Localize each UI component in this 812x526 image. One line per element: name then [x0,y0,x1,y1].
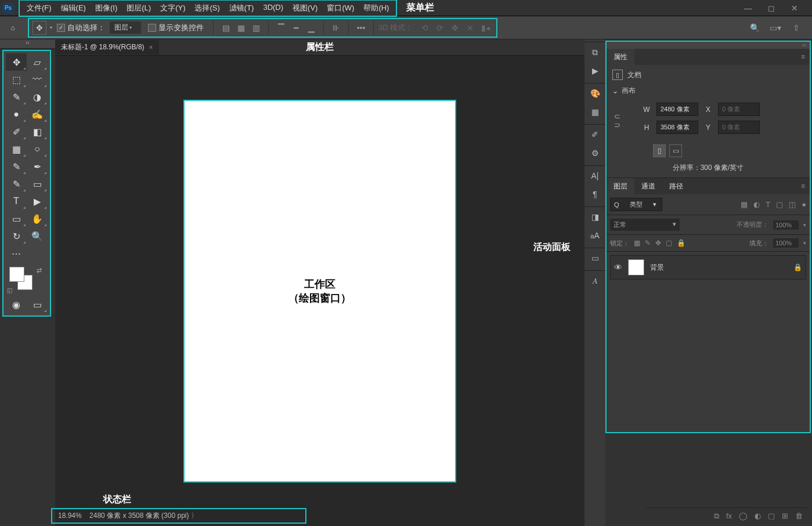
libraries-panel-icon[interactable]: ▭ [589,252,601,264]
zoom-tool[interactable]: 🔍 [27,227,48,245]
lasso-tool[interactable]: 〰 [27,71,48,88]
glyphs-panel-icon[interactable]: ◨ [589,211,601,223]
workspace-switcher-icon[interactable]: ▭▾ [769,21,782,34]
panel-menu-icon[interactable]: ≡ [796,53,810,61]
auto-select-checkbox[interactable] [57,24,65,32]
swap-colors-icon[interactable]: ⇄ [37,267,42,274]
history-panel-icon[interactable]: ⧉ [589,46,601,59]
move-tool[interactable]: ✥ [6,53,27,71]
align-top-icon[interactable]: ▔ [275,21,287,34]
visibility-toggle-icon[interactable]: 👁 [614,263,622,272]
y-input[interactable]: 0 像素 [718,121,760,134]
width-input[interactable]: 2480 像素 [656,103,698,116]
lock-all-icon[interactable]: 🔒 [677,239,685,247]
menu-filter[interactable]: 滤镜(T) [225,2,259,14]
landscape-button[interactable]: ▭ [669,144,682,157]
distribute-icon[interactable]: ⊪ [330,21,342,34]
rectangle-tool[interactable]: ▭ [6,210,27,227]
lock-transparency-icon[interactable]: ▦ [634,239,640,247]
filter-type-icon[interactable]: T [766,200,770,209]
menu-view[interactable]: 视图(V) [288,2,322,14]
group-icon[interactable]: ▢ [768,512,775,520]
layers-tab[interactable]: 图层 [607,178,634,195]
align-bottom-icon[interactable]: ▁ [305,21,317,34]
swatches-panel-icon[interactable]: ▦ [589,106,601,118]
brush-tool[interactable]: ● [6,106,27,123]
properties-tab[interactable]: 属性 [607,49,634,66]
eyedropper-tool[interactable]: ✎ [6,88,27,106]
channels-tab[interactable]: 通道 [634,178,662,195]
shape-tool[interactable]: ▭ [27,175,48,193]
portrait-button[interactable]: ▯ [653,144,666,157]
chevron-down-icon[interactable]: ▾ [50,25,52,30]
path-selection-tool[interactable]: ✎ [6,175,27,193]
filter-shape-icon[interactable]: ▢ [776,200,783,209]
more-options-icon[interactable]: ••• [355,21,367,34]
delete-layer-icon[interactable]: 🗑 [795,512,803,520]
adjustment-layer-icon[interactable]: ◐ [755,512,761,520]
brushes-panel-icon[interactable]: ✐ [589,128,601,141]
toolbox-collapse[interactable]: ‹‹ [0,39,55,49]
opacity-input[interactable]: 100% [773,220,799,230]
paths-tab[interactable]: 路径 [662,178,690,195]
filter-adjustment-icon[interactable]: ◐ [753,200,760,209]
character-panel-icon[interactable]: A| [589,169,601,182]
align-center-h-icon[interactable]: ▦ [234,21,247,34]
dodge-tool[interactable]: ✎ [6,158,27,175]
link-layers-icon[interactable]: ⧉ [714,512,719,521]
styles-panel-icon[interactable]: aA [589,229,601,242]
status-info[interactable]: 2480 像素 x 3508 像素 (300 ppi) 〉 [89,512,198,520]
share-icon[interactable]: ⇧ [790,21,803,34]
direct-selection-tool[interactable]: ▶ [27,193,48,210]
filter-type-dropdown[interactable]: Q 类型 ▾ [610,198,662,211]
home-button[interactable]: ⌂ [5,20,21,36]
artboard-tool[interactable]: ▱ [27,53,48,71]
fill-input[interactable]: 100% [773,238,799,248]
layer-mask-icon[interactable]: ◯ [739,512,748,520]
maximize-button[interactable]: ◻ [763,2,779,14]
new-layer-icon[interactable]: ⊞ [782,512,788,520]
menu-layer[interactable]: 图层(L) [122,2,156,14]
filter-smart-icon[interactable]: ◫ [789,200,796,209]
x-input[interactable]: 0 像素 [718,103,760,116]
blur-tool[interactable]: ○ [27,140,48,158]
color-panel-icon[interactable]: 🎨 [589,87,601,100]
filter-pixel-icon[interactable]: ▩ [741,200,748,209]
hand-tool[interactable]: ✋ [27,210,48,227]
screen-mode-tool[interactable]: ▭ [27,296,48,313]
panel-menu-icon[interactable]: ≡ [796,182,810,190]
marquee-tool[interactable]: ⬚ [6,71,27,88]
rotate-view-tool[interactable]: ↻ [6,227,27,245]
lock-artboard-icon[interactable]: ▢ [666,239,672,247]
menu-image[interactable]: 图像(I) [91,2,122,14]
chevron-down-icon[interactable]: ▾ [803,240,806,246]
actions-panel-icon[interactable]: ▶ [589,64,601,77]
default-colors-icon[interactable]: ◱ [7,287,12,293]
healing-brush-tool[interactable]: ◑ [27,88,48,106]
canvas-section-header[interactable]: ⌄ 画布 [612,86,804,96]
close-icon[interactable]: × [149,43,153,52]
document-tab[interactable]: 未标题-1 @ 18.9%(RGB/8) × [55,40,159,55]
edit-toolbar[interactable]: ⋯ [6,245,27,262]
link-dimensions-icon[interactable]: ⊂⊃ [612,112,622,129]
layer-item[interactable]: 👁 背景 🔒 [610,255,806,280]
layer-name[interactable]: 背景 [650,263,788,273]
align-right-icon[interactable]: ▥ [250,21,262,34]
menu-help[interactable]: 帮助(H) [359,2,394,14]
clone-stamp-tool[interactable]: ✍ [27,106,48,123]
minimize-button[interactable]: — [740,2,756,14]
menu-type[interactable]: 文字(Y) [156,2,190,14]
pen-tool[interactable]: ✒ [27,158,48,175]
adjustments-panel-icon[interactable]: 𝐴 [589,274,601,287]
panel-collapse-button[interactable]: ›› [607,42,810,49]
foreground-color[interactable] [9,267,24,282]
menu-select[interactable]: 选择(S) [190,2,224,14]
eraser-tool[interactable]: ◧ [27,123,48,140]
align-middle-icon[interactable]: ━ [290,21,302,34]
gradient-tool[interactable]: ▦ [6,140,27,158]
menu-window[interactable]: 窗口(W) [322,2,359,14]
lock-position-icon[interactable]: ✥ [655,239,661,247]
type-tool[interactable]: T [6,193,27,210]
layer-thumbnail[interactable] [628,259,644,275]
align-left-icon[interactable]: ▤ [219,21,232,34]
